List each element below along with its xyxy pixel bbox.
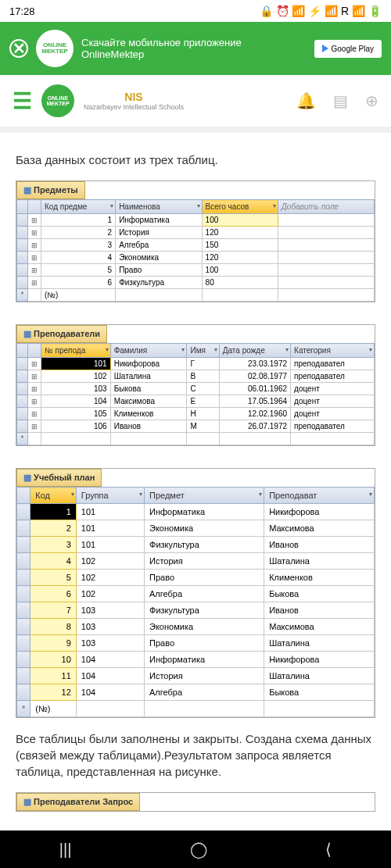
col-header[interactable]: Категория bbox=[291, 344, 375, 358]
col-header[interactable]: Имя bbox=[187, 344, 219, 358]
close-icon[interactable]: ✕ bbox=[9, 39, 28, 58]
col-header[interactable]: Фамилия bbox=[110, 344, 187, 358]
table-row[interactable]: ⊞106ИвановМ26.07.1972преподавател bbox=[17, 420, 375, 433]
google-play-button[interactable]: Google Play bbox=[314, 40, 382, 58]
table-query: Преподаватели Запрос bbox=[16, 792, 375, 812]
new-row[interactable]: *(№) bbox=[17, 289, 375, 302]
nis-logo: NIS Nazarbayev Intellectual Schools bbox=[84, 91, 184, 111]
new-row[interactable]: *(№) bbox=[17, 701, 375, 717]
table-tab[interactable]: Предметы bbox=[16, 181, 85, 199]
table-row[interactable]: ⊞4Экономика120 bbox=[17, 252, 375, 264]
table-tab[interactable]: Учебный план bbox=[16, 469, 102, 487]
table-row[interactable]: 5102ПравоКлименков bbox=[17, 570, 375, 586]
status-time: 17:28 bbox=[9, 5, 35, 17]
back-button[interactable]: ⟨ bbox=[325, 840, 332, 859]
table-tab[interactable]: Преподаватели Запрос bbox=[16, 793, 140, 811]
table-row[interactable]: 12104АлгебраБыкова bbox=[17, 684, 375, 701]
expand-header bbox=[28, 200, 41, 214]
status-bar: 17:28 🔒 ⏰ 📶 ⚡ 📶 R 📶 🔋 bbox=[0, 0, 391, 22]
table-row[interactable]: ⊞104МаксимоваЕ17.05.1964доцент bbox=[17, 395, 375, 408]
table-row[interactable]: ⊞5Право100 bbox=[17, 264, 375, 277]
header-icons: 🔔 ▤ ⊕ bbox=[296, 91, 378, 110]
banner-logo: ONLINE MEKTEP bbox=[36, 30, 74, 67]
table-row[interactable]: ⊞105КлименковН12.02.1960доцент bbox=[17, 408, 375, 420]
table-header-row: Код предме Наименова Всего часов Добавит… bbox=[17, 200, 375, 214]
table-row[interactable]: 9103ПравоШаталина bbox=[17, 635, 375, 652]
intro-text: База данных состоит из трех таблиц. bbox=[16, 152, 375, 168]
app-banner: ✕ ONLINE MEKTEP Скачайте мобильное прило… bbox=[0, 22, 391, 75]
table-row[interactable]: 3101ФизкультураИванов bbox=[17, 537, 375, 553]
col-header[interactable]: Код предме bbox=[41, 200, 116, 214]
table-row[interactable]: 8103ЭкономикаМаксимова bbox=[17, 619, 375, 635]
app-header: ☰ ONLINE MEKTEP NIS Nazarbayev Intellect… bbox=[0, 75, 391, 127]
col-header[interactable]: Дата рожде bbox=[219, 344, 290, 358]
outro-text: Все таблицы были заполнены и закрыты. Со… bbox=[16, 730, 375, 780]
play-icon bbox=[322, 45, 328, 52]
android-navbar: ||| ◯ ⟨ bbox=[0, 830, 391, 868]
table-row[interactable]: ⊞102ШаталинаВ02.08.1977преподавател bbox=[17, 370, 375, 383]
home-button[interactable]: ◯ bbox=[190, 840, 207, 859]
main-content: База данных состоит из трех таблиц. Пред… bbox=[0, 133, 391, 824]
table-header-row: № препода Фамилия Имя Дата рожде Категор… bbox=[17, 344, 375, 358]
table-row[interactable]: ⊞3Алгебра150 bbox=[17, 239, 375, 252]
table-row[interactable]: 6102АлгебраБыкова bbox=[17, 586, 375, 602]
table-row[interactable]: ⊞6Физкультура80 bbox=[17, 277, 375, 289]
new-row[interactable]: * bbox=[17, 433, 375, 445]
header-logo[interactable]: ONLINE MEKTEP bbox=[41, 84, 74, 117]
status-icons: 🔒 ⏰ 📶 ⚡ 📶 R 📶 🔋 bbox=[260, 5, 382, 17]
menu-icon[interactable]: ☰ bbox=[13, 88, 32, 114]
col-header[interactable]: Всего часов bbox=[202, 200, 278, 214]
col-header[interactable]: Группа bbox=[76, 488, 144, 504]
row-selector-header[interactable] bbox=[17, 200, 28, 214]
col-header[interactable]: Наименова bbox=[116, 200, 202, 214]
table-row[interactable]: 7103ФизкультураИванов bbox=[17, 602, 375, 619]
add-field[interactable]: Добавить поле bbox=[278, 200, 374, 214]
table-curriculum: Учебный план Код Группа Предмет Преподав… bbox=[16, 468, 375, 718]
col-header[interactable]: Код bbox=[30, 488, 77, 504]
table-row[interactable]: 4102ИсторияШаталина bbox=[17, 553, 375, 570]
col-header[interactable]: Предмет bbox=[145, 488, 264, 504]
bell-icon[interactable]: 🔔 bbox=[296, 91, 316, 110]
banner-text: Скачайте мобильное приложение OnlineMekt… bbox=[81, 37, 307, 60]
table-row[interactable]: 2101ЭкономикаМаксимова bbox=[17, 520, 375, 537]
table-row[interactable]: ⊞2История120 bbox=[17, 227, 375, 239]
table-row[interactable]: 10104ИнформатикаНикифорова bbox=[17, 652, 375, 668]
table-row[interactable]: 1101ИнформатикаНикифорова bbox=[17, 504, 375, 520]
table-subjects: Предметы Код предме Наименова Всего часо… bbox=[16, 180, 375, 302]
table-row[interactable]: ⊞103БыковаС06.01.1962доцент bbox=[17, 383, 375, 395]
recent-apps-button[interactable]: ||| bbox=[59, 841, 72, 859]
col-header[interactable]: № препода bbox=[41, 344, 111, 358]
table-tab[interactable]: Преподаватели bbox=[16, 325, 107, 343]
list-icon[interactable]: ▤ bbox=[333, 91, 348, 110]
table-row[interactable]: 11104ИсторияШаталина bbox=[17, 668, 375, 684]
table-row[interactable]: ⊞1Информатика100 bbox=[17, 214, 375, 227]
table-header-row: Код Группа Предмет Преподават bbox=[17, 488, 375, 504]
table-row[interactable]: ⊞101НикифороваГ23.03.1972преподавател bbox=[17, 358, 375, 370]
globe-icon[interactable]: ⊕ bbox=[365, 91, 378, 110]
col-header[interactable]: Преподават bbox=[264, 488, 375, 504]
table-teachers: Преподаватели № препода Фамилия Имя Дата… bbox=[16, 324, 375, 446]
